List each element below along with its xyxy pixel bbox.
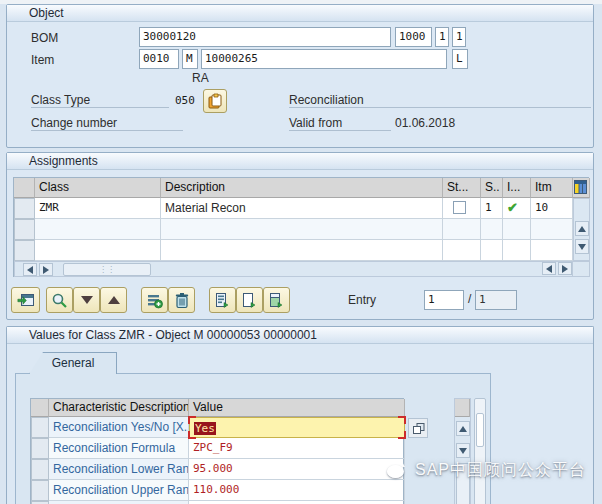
selection-corner	[398, 431, 406, 439]
entry-total-field: 1	[475, 290, 517, 310]
values-table: Characteristic Description Value Reconci…	[30, 398, 404, 504]
table-settings-icon	[574, 180, 587, 194]
display-object-button[interactable]	[11, 287, 40, 313]
empty-cell	[161, 219, 443, 240]
empty-cell	[531, 240, 573, 261]
column-header-description[interactable]: Description	[161, 178, 443, 198]
bom-label: BOM	[31, 31, 58, 45]
value-input-formula[interactable]: ZPC_F9	[189, 438, 405, 459]
dropdown-icon	[412, 422, 425, 435]
item-label: Item	[31, 53, 54, 67]
insert-line-button[interactable]	[141, 287, 168, 313]
object-groupbox: Object BOM 30000120 1000 1 1 Item 0010 M…	[6, 4, 594, 148]
characteristic-cell: Reconciliation Upper Ran..	[49, 480, 189, 501]
insert-entry-button[interactable]	[209, 287, 236, 313]
selected-value-text: Yes	[194, 422, 216, 435]
class-type-label: Class Type	[31, 93, 169, 108]
values-vertical-scrollbar[interactable]	[454, 398, 471, 504]
status-checkbox[interactable]	[453, 201, 466, 214]
assignments-vertical-scrollbar[interactable]	[573, 198, 590, 261]
empty-cell	[35, 240, 161, 261]
find-button[interactable]	[46, 287, 73, 313]
change-number-label: Change number	[31, 116, 183, 131]
selection-corner	[188, 416, 196, 424]
panel-scroll-thumb[interactable]	[476, 413, 484, 447]
empty-cell	[531, 219, 573, 240]
column-header-value[interactable]: Value	[189, 399, 405, 417]
empty-cell	[161, 240, 443, 261]
assignment-class-cell[interactable]: ZMR	[35, 198, 161, 219]
tab-general[interactable]: General	[29, 352, 117, 374]
bom-usage-input[interactable]: 1	[435, 27, 449, 47]
triangle-up-icon	[108, 296, 120, 304]
scroll-right-button-right[interactable]	[558, 262, 572, 275]
column-header-status[interactable]: St...	[443, 178, 481, 198]
scroll-left-button[interactable]	[23, 263, 37, 276]
column-header-i[interactable]: I...	[503, 178, 531, 198]
class-type-value: 050	[175, 94, 195, 107]
characteristic-cell: Reconciliation Yes/No [X..	[49, 417, 189, 438]
item-number-input[interactable]: 0010	[139, 49, 179, 69]
trash-icon	[174, 292, 190, 309]
delete-line-button[interactable]	[168, 287, 195, 313]
row-selector[interactable]	[14, 219, 35, 240]
change-entry-button[interactable]	[263, 287, 290, 313]
value-row-selector[interactable]	[31, 459, 49, 480]
horizontal-scroll-thumb[interactable]: ⋮⋮	[63, 263, 151, 276]
characteristic-cell: Reconciliation Lower Ran..	[49, 459, 189, 480]
header-select-all[interactable]	[14, 178, 35, 198]
value-row-selector[interactable]	[31, 480, 49, 501]
bom-plant-input[interactable]: 1000	[395, 27, 432, 47]
value-input-lower-range[interactable]: 95.000	[189, 459, 405, 480]
bom-input[interactable]: 30000120	[139, 27, 391, 47]
arrow-up-icon	[578, 226, 586, 232]
value-input-recon-yesno[interactable]: Yes	[189, 417, 405, 438]
value-input-upper-range[interactable]: 110.000	[189, 480, 405, 501]
column-header-s[interactable]: S..	[481, 178, 503, 198]
scroll-up-button[interactable]	[575, 221, 589, 236]
window-arrow-icon	[17, 292, 35, 308]
empty-cell	[481, 240, 503, 261]
scroll-right-button[interactable]	[39, 263, 53, 276]
panel-scrollbar[interactable]	[474, 398, 486, 504]
entry-current-input[interactable]: 1	[424, 290, 464, 310]
cat-head	[387, 465, 404, 478]
empty-cell	[35, 219, 161, 240]
selection-corner	[188, 431, 196, 439]
arrow-left-icon	[27, 266, 33, 274]
valid-from-label: Valid from	[289, 116, 391, 131]
clipboard-button[interactable]	[203, 89, 227, 113]
row-selector[interactable]	[14, 198, 35, 219]
item-category-input[interactable]: M	[182, 49, 198, 69]
copy-entry-button[interactable]	[236, 287, 263, 313]
object-section-header: Object	[7, 5, 593, 22]
search-icon	[51, 292, 68, 309]
bom-alternative-input[interactable]: 1	[452, 27, 466, 47]
value-row-selector[interactable]	[31, 438, 49, 459]
entry-label: Entry	[348, 293, 376, 307]
item-component-input[interactable]: 10000265	[201, 49, 447, 69]
column-header-itm[interactable]: Itm	[531, 178, 573, 198]
clipboard-icon	[207, 93, 223, 109]
scroll-left-button-right[interactable]	[542, 262, 556, 275]
value-row-selector[interactable]	[31, 417, 49, 438]
column-header-class[interactable]: Class	[35, 178, 161, 198]
scroll-up-button[interactable]	[456, 421, 470, 436]
assignment-description-cell[interactable]: Material Recon	[161, 198, 443, 219]
scroll-down-button[interactable]	[575, 239, 589, 254]
column-header-characteristic[interactable]: Characteristic Description	[49, 399, 189, 417]
table-configuration-button[interactable]	[573, 178, 590, 198]
empty-cell	[443, 219, 481, 240]
empty-cell	[503, 219, 531, 240]
next-value-button[interactable]	[73, 287, 100, 313]
selection-corner	[398, 416, 406, 424]
row-selector[interactable]	[14, 240, 35, 261]
assignments-horizontal-scrollbar[interactable]: ⋮⋮	[14, 261, 573, 277]
green-check-icon: ✔	[507, 200, 518, 215]
assignment-s-cell[interactable]: 1	[481, 198, 503, 219]
corner-scroll-buttons	[573, 261, 590, 277]
value-dropdown-button[interactable]	[408, 418, 428, 438]
assignment-itm-cell[interactable]: 10	[531, 198, 573, 219]
previous-value-button[interactable]	[100, 287, 127, 313]
watermark: SAP中国顾问公众平台	[385, 452, 600, 488]
